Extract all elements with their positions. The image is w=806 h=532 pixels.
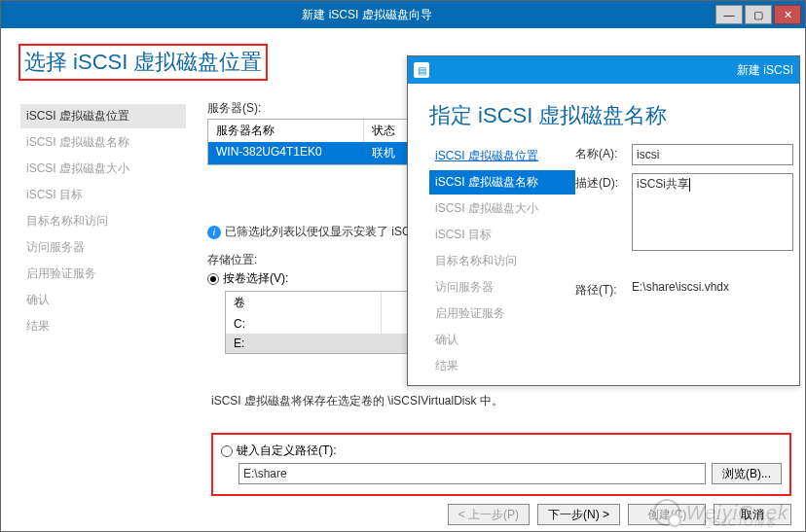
- vol-e: E:: [226, 334, 382, 353]
- custom-path-input[interactable]: [238, 463, 706, 484]
- name-input[interactable]: [632, 144, 793, 165]
- server-name-cell: WIN-382UG4T1EK0: [208, 142, 364, 164]
- window-controls: — ▢ ✕: [714, 5, 801, 24]
- sub-titlebar: ▤ 新建 iSCSI: [408, 56, 799, 84]
- custom-path-highlight: 键入自定义路径(T): 浏览(B)...: [211, 433, 791, 496]
- nav-item-targetname: 目标名称和访问: [20, 209, 186, 233]
- sub-wizard-window: ▤ 新建 iSCSI 指定 iSCSI 虚拟磁盘名称 iSCSI 虚拟磁盘位置 …: [407, 55, 800, 386]
- wizard-footer: < 上一步(P) 下一步(N) > 创建(C) 取消: [448, 504, 791, 525]
- create-button[interactable]: 创建(C): [628, 504, 706, 525]
- path-row: 路径(T): E:\share\iscsi.vhdx: [575, 280, 793, 299]
- nav-item-name: iSCSI 虚拟磁盘名称: [20, 130, 186, 155]
- minimize-button[interactable]: —: [715, 5, 743, 24]
- name-label: 名称(A):: [575, 144, 632, 165]
- path-label: 路径(T):: [575, 280, 632, 299]
- nav-item-confirm: 确认: [20, 288, 186, 312]
- sub-wizard-nav: iSCSI 虚拟磁盘位置 iSCSI 虚拟磁盘名称 iSCSI 虚拟磁盘大小 i…: [429, 144, 575, 380]
- page-heading: 选择 iSCSI 虚拟磁盘位置: [24, 48, 262, 77]
- custom-path-row: 浏览(B)...: [238, 463, 782, 484]
- wizard-icon: ▤: [414, 62, 429, 78]
- cancel-button[interactable]: 取消: [714, 504, 791, 525]
- nav-item-size: iSCSI 虚拟磁盘大小: [20, 157, 186, 181]
- path-value: E:\share\iscsi.vhdx: [632, 280, 729, 299]
- sub-nav-size: iSCSI 虚拟磁盘大小: [429, 196, 575, 221]
- nav-item-target: iSCSI 目标: [20, 183, 186, 207]
- sub-form: 名称(A): 描述(D): iSCSi共享 路径(T): E:\share\is…: [575, 144, 799, 380]
- sub-nav-name[interactable]: iSCSI 虚拟磁盘名称: [429, 170, 575, 195]
- desc-row: 描述(D): iSCSi共享: [575, 173, 793, 251]
- main-titlebar: 新建 iSCSI 虚拟磁盘向导 — ▢ ✕: [1, 1, 805, 28]
- close-button[interactable]: ✕: [774, 5, 801, 24]
- nav-item-result: 结果: [20, 314, 186, 338]
- save-note: iSCSI 虚拟磁盘将保存在选定卷的 \iSCSIVirtualDisk 中。: [211, 393, 793, 409]
- text-cursor: [689, 178, 690, 192]
- sub-nav-result: 结果: [429, 354, 575, 378]
- sub-nav-target: iSCSI 目标: [429, 223, 575, 247]
- radio-icon[interactable]: [207, 273, 219, 285]
- sub-nav-location[interactable]: iSCSI 虚拟磁盘位置: [429, 144, 575, 168]
- nav-item-auth: 启用验证服务: [20, 262, 186, 286]
- col-volume: 卷: [226, 292, 382, 314]
- sub-page-heading: 指定 iSCSI 虚拟磁盘名称: [429, 101, 799, 130]
- sub-nav-access: 访问服务器: [429, 275, 575, 300]
- window-title: 新建 iSCSI 虚拟磁盘向导: [20, 7, 714, 23]
- prev-button[interactable]: < 上一步(P): [448, 504, 530, 525]
- name-row: 名称(A):: [575, 144, 793, 165]
- desc-textarea[interactable]: iSCSi共享: [632, 173, 793, 251]
- next-button[interactable]: 下一步(N) >: [537, 504, 620, 525]
- info-text: 已筛选此列表以便仅显示安装了 iSCS: [225, 225, 419, 238]
- info-icon: i: [207, 226, 221, 239]
- radio-custom-label: 键入自定义路径(T):: [237, 443, 337, 459]
- nav-item-access: 访问服务器: [20, 235, 186, 260]
- nav-item-location[interactable]: iSCSI 虚拟磁盘位置: [20, 104, 186, 128]
- browse-button[interactable]: 浏览(B)...: [712, 463, 782, 484]
- maximize-button[interactable]: ▢: [745, 5, 772, 24]
- radio-icon[interactable]: [221, 445, 233, 457]
- sub-nav-targetname: 目标名称和访问: [429, 249, 575, 273]
- wizard-nav: iSCSI 虚拟磁盘位置 iSCSI 虚拟磁盘名称 iSCSI 虚拟磁盘大小 i…: [20, 104, 186, 340]
- radio-by-volume-label: 按卷选择(V):: [223, 270, 288, 287]
- page-heading-highlight: 选择 iSCSI 虚拟磁盘位置: [18, 44, 268, 81]
- col-server-name: 服务器名称: [208, 120, 364, 142]
- sub-nav-auth: 启用验证服务: [429, 301, 575, 326]
- sub-nav-confirm: 确认: [429, 328, 575, 352]
- vol-c: C:: [226, 314, 382, 334]
- sub-body: iSCSI 虚拟磁盘位置 iSCSI 虚拟磁盘名称 iSCSI 虚拟磁盘大小 i…: [408, 144, 799, 380]
- radio-custom-path[interactable]: 键入自定义路径(T):: [221, 443, 782, 459]
- sub-window-title: 新建 iSCSI: [435, 62, 793, 79]
- desc-label: 描述(D):: [575, 173, 632, 192]
- desc-text: iSCSi共享: [637, 177, 689, 191]
